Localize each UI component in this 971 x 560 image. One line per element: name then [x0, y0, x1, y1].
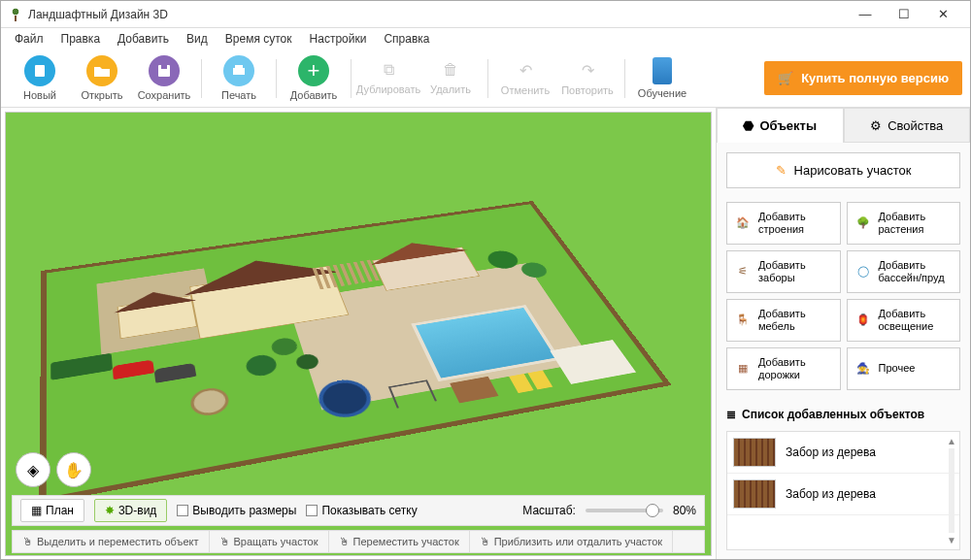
- svg-rect-3: [233, 68, 245, 75]
- 3d-viewport[interactable]: ◈ ✋ ▦План ✸3D-вид Выводить размеры Показ…: [5, 112, 712, 556]
- trash-icon: 🗑: [443, 61, 458, 79]
- status-zoom-tool[interactable]: 🖱Приблизить или отдалить участок: [470, 531, 673, 552]
- menu-edit[interactable]: Правка: [53, 30, 109, 48]
- status-bar: 🖱Выделить и переместить объект 🖱Вращать …: [12, 530, 705, 553]
- duplicate-icon: ⧉: [384, 61, 394, 79]
- duplicate-button[interactable]: ⧉Дублировать: [357, 61, 419, 95]
- svg-rect-2: [161, 65, 167, 69]
- fence-thumb-icon: [733, 479, 776, 509]
- view-bar: ▦План ✸3D-вид Выводить размеры Показыват…: [12, 495, 705, 526]
- tab-properties[interactable]: ⚙Свойства: [844, 108, 971, 143]
- open-button[interactable]: Открыть: [71, 55, 133, 101]
- delete-button[interactable]: 🗑Удалить: [419, 61, 482, 95]
- undo-button[interactable]: ↶Отменить: [494, 61, 556, 96]
- undo-icon: ↶: [519, 61, 532, 80]
- menu-file[interactable]: Файл: [7, 30, 51, 48]
- other-button[interactable]: 🧙Прочее: [847, 347, 961, 390]
- right-sidebar: ⬣Объекты ⚙Свойства ✎ Нарисовать участок …: [716, 108, 970, 560]
- draw-plot-button[interactable]: ✎ Нарисовать участок: [726, 152, 960, 188]
- add-fences-button[interactable]: ⚟Добавить заборы: [726, 250, 841, 293]
- redo-button[interactable]: ↷Повторить: [556, 61, 619, 96]
- layers-icon: ≣: [726, 408, 736, 421]
- house-icon: 🏠: [733, 214, 753, 233]
- tree-icon: 🌳: [854, 214, 873, 233]
- plan-view-tab[interactable]: ▦План: [20, 499, 84, 522]
- list-item[interactable]: Забор из дерева: [727, 432, 959, 474]
- scale-value: 80%: [673, 504, 696, 517]
- app-icon: [9, 8, 22, 21]
- object-list-header: ≣ Список добавленных объектов: [726, 404, 960, 425]
- add-plants-button[interactable]: 🌳Добавить растения: [847, 202, 961, 245]
- gnome-icon: 🧙: [854, 359, 873, 379]
- window-maximize-button[interactable]: ☐: [885, 1, 923, 28]
- objects-icon: ⬣: [743, 118, 753, 133]
- print-button[interactable]: Печать: [208, 55, 270, 101]
- add-furniture-button[interactable]: 🪑Добавить мебель: [726, 299, 841, 342]
- mouse-icon: 🖱: [339, 536, 350, 547]
- chair-icon: 🪑: [733, 311, 753, 330]
- object-list-scrollbar[interactable]: ▲▼: [946, 436, 957, 545]
- window-titlebar: Ландшафтный Дизайн 3D — ☐ ✕: [1, 1, 970, 28]
- bricks-icon: ▦: [733, 359, 753, 379]
- add-pool-button[interactable]: ◯Добавить бассейн/пруд: [847, 250, 961, 293]
- status-move-tool[interactable]: 🖱Переместить участок: [329, 531, 470, 552]
- menu-add[interactable]: Добавить: [110, 30, 177, 48]
- add-lighting-button[interactable]: 🏮Добавить освещение: [847, 299, 961, 342]
- add-button[interactable]: +Добавить: [283, 55, 345, 101]
- menu-view[interactable]: Вид: [179, 30, 216, 48]
- scale-slider[interactable]: [586, 509, 663, 512]
- window-minimize-button[interactable]: —: [846, 1, 885, 28]
- pan-view-button[interactable]: ✋: [56, 452, 91, 487]
- 3d-icon: ✸: [105, 504, 115, 517]
- orbit-view-button[interactable]: ◈: [16, 452, 50, 487]
- object-list: Забор из дерева Забор из дерева ▲▼: [726, 431, 960, 550]
- gear-icon: ⚙: [870, 118, 882, 133]
- pool-icon: ◯: [854, 262, 873, 281]
- fence-icon: ⚟: [733, 262, 753, 281]
- status-select-tool[interactable]: 🖱Выделить и переместить объект: [13, 531, 210, 552]
- svg-rect-4: [235, 65, 243, 69]
- mouse-icon: 🖱: [219, 536, 230, 547]
- save-button[interactable]: Сохранить: [133, 55, 195, 101]
- redo-icon: ↷: [582, 61, 594, 80]
- main-toolbar: Новый Открыть Сохранить Печать +Добавить…: [1, 49, 970, 108]
- show-dimensions-checkbox[interactable]: Выводить размеры: [177, 504, 296, 517]
- lamp-icon: 🏮: [854, 311, 873, 330]
- tab-objects[interactable]: ⬣Объекты: [717, 108, 844, 143]
- show-grid-checkbox[interactable]: Показывать сетку: [306, 504, 417, 517]
- status-rotate-tool[interactable]: 🖱Вращать участок: [210, 531, 329, 552]
- list-item[interactable]: Забор из дерева: [727, 474, 959, 515]
- plan-icon: ▦: [31, 504, 42, 517]
- add-buildings-button[interactable]: 🏠Добавить строения: [726, 202, 841, 245]
- mouse-icon: 🖱: [480, 536, 490, 547]
- content-area: ◈ ✋ ▦План ✸3D-вид Выводить размеры Показ…: [1, 108, 970, 560]
- menu-settings[interactable]: Настройки: [302, 30, 375, 48]
- cart-icon: 🛒: [778, 71, 793, 85]
- mouse-icon: 🖱: [22, 536, 33, 547]
- pencil-icon: ✎: [776, 163, 787, 178]
- 3d-view-tab[interactable]: ✸3D-вид: [94, 499, 167, 522]
- window-close-button[interactable]: ✕: [923, 1, 962, 28]
- buy-full-version-button[interactable]: 🛒 Купить полную версию: [764, 61, 962, 95]
- menu-time[interactable]: Время суток: [218, 30, 300, 48]
- fence-thumb-icon: [733, 438, 776, 467]
- scale-label: Масштаб:: [522, 504, 576, 517]
- svg-rect-0: [35, 65, 45, 77]
- learn-button[interactable]: Обучение: [631, 57, 693, 99]
- new-button[interactable]: Новый: [9, 55, 71, 101]
- add-paths-button[interactable]: ▦Добавить дорожки: [726, 347, 841, 390]
- window-title: Ландшафтный Дизайн 3D: [28, 8, 168, 21]
- menubar: Файл Правка Добавить Вид Время суток Нас…: [1, 28, 970, 49]
- menu-help[interactable]: Справка: [376, 30, 437, 48]
